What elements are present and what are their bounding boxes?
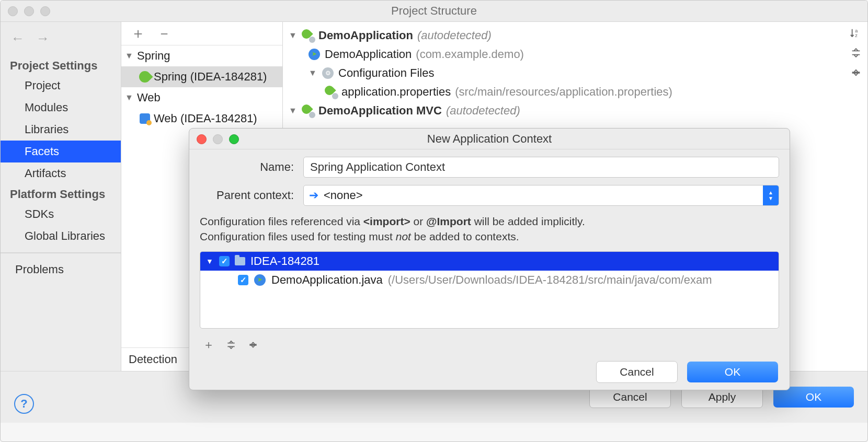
- module-root-row[interactable]: ▼ ✓ IDEA-184281: [200, 252, 779, 271]
- sidebar-item-problems[interactable]: Problems: [1, 259, 121, 281]
- dialog-zoom-icon[interactable]: [229, 134, 239, 144]
- spring-icon: [139, 71, 151, 83]
- traffic-zoom-icon[interactable]: [40, 6, 50, 16]
- combobox-toggle-icon[interactable]: ▲▼: [763, 185, 779, 205]
- nav-forward-icon[interactable]: →: [36, 30, 50, 46]
- context-group[interactable]: ▼ DemoApplication MVC (autodetected): [288, 101, 841, 120]
- dialog-ok-button[interactable]: OK: [687, 362, 778, 382]
- config-files-label: Configuration Files: [338, 66, 434, 80]
- checkbox-checked-icon[interactable]: ✓: [219, 256, 230, 266]
- expand-all-icon[interactable]: [850, 47, 862, 59]
- chevron-down-icon: ▼: [124, 93, 134, 102]
- detail-side-toolbar: az: [844, 22, 867, 78]
- context-name: DemoApplication MVC: [318, 104, 442, 118]
- spring-config-icon: [325, 86, 337, 98]
- context-group[interactable]: ▼ DemoApplication (autodetected): [288, 26, 841, 45]
- sidebar-item-modules[interactable]: Modules: [1, 97, 121, 119]
- traffic-minimize-icon[interactable]: [24, 6, 34, 16]
- gear-icon: ⚙: [322, 67, 334, 79]
- facet-group-web[interactable]: ▼ Web: [121, 87, 282, 108]
- config-file-path: (src/main/resources/application.properti…: [455, 85, 672, 99]
- web-icon: [139, 113, 151, 124]
- chevron-down-icon: ▼: [288, 106, 298, 115]
- nav-back-icon[interactable]: ←: [11, 30, 25, 46]
- spring-config-icon: [302, 29, 314, 42]
- config-file-label: DemoApplication.java: [271, 273, 383, 287]
- config-file-name: application.properties: [341, 85, 451, 99]
- window-traffic-lights: [8, 6, 50, 16]
- context-name-input[interactable]: [303, 157, 779, 178]
- settings-sidebar: ← → Project Settings Project Modules Lib…: [1, 22, 121, 371]
- facet-group-label: Spring: [137, 49, 170, 63]
- config-file-path: (/Users/User/Downloads/IDEA-184281/src/m…: [388, 273, 712, 287]
- facet-web-module[interactable]: Web (IDEA-184281): [121, 108, 282, 129]
- folder-icon: [235, 257, 245, 265]
- config-files-group[interactable]: ▼ ⚙ Configuration Files: [288, 64, 841, 83]
- chevron-down-icon: ▼: [308, 68, 317, 78]
- collapse-all-icon[interactable]: [248, 340, 258, 350]
- parent-context-value: <none>: [324, 189, 363, 202]
- facets-toolbar: ＋ －: [121, 22, 282, 45]
- dialog-titlebar: New Application Context: [189, 129, 790, 149]
- bean-icon: [254, 274, 266, 286]
- dialog-cancel-button[interactable]: Cancel: [596, 361, 678, 383]
- new-application-context-dialog: New Application Context Name: Parent con…: [189, 128, 790, 390]
- window-title: Project Structure: [391, 4, 477, 18]
- spring-config-icon: [302, 104, 314, 117]
- chevron-down-icon: ▼: [205, 257, 214, 265]
- add-config-button[interactable]: ＋: [203, 337, 214, 353]
- arrow-right-icon: ➔: [309, 189, 318, 202]
- collapse-all-icon[interactable]: [850, 67, 862, 78]
- context-suffix: (autodetected): [417, 29, 492, 42]
- config-file-row[interactable]: ✓ DemoApplication.java (/Users/User/Down…: [200, 271, 779, 289]
- bean-icon: [308, 48, 321, 61]
- config-tree-toolbar: ＋: [200, 336, 779, 354]
- sidebar-item-libraries[interactable]: Libraries: [1, 119, 121, 141]
- parent-context-label: Parent context:: [200, 189, 294, 202]
- help-button[interactable]: ?: [14, 394, 34, 414]
- sidebar-group-platform-settings: Platform Settings: [1, 184, 121, 203]
- facet-spring-module[interactable]: Spring (IDEA-184281): [121, 66, 282, 87]
- sidebar-item-facets[interactable]: Facets: [1, 141, 121, 162]
- spring-contexts-tree[interactable]: ▼ DemoApplication (autodetected) DemoApp…: [283, 22, 867, 124]
- sidebar-item-global-libraries[interactable]: Global Libraries: [1, 225, 121, 247]
- context-item-suffix: (com.example.demo): [416, 48, 524, 61]
- context-item[interactable]: DemoApplication (com.example.demo): [288, 45, 841, 64]
- dialog-title: New Application Context: [427, 132, 552, 146]
- chevron-down-icon: ▼: [124, 51, 134, 61]
- dialog-traffic-lights: [197, 134, 239, 144]
- facet-label: Spring (IDEA-184281): [154, 70, 267, 84]
- module-root-label: IDEA-184281: [250, 254, 319, 268]
- add-facet-button[interactable]: ＋: [131, 26, 145, 41]
- sidebar-item-project[interactable]: Project: [1, 75, 121, 97]
- window-titlebar: Project Structure: [1, 1, 867, 22]
- dialog-close-icon[interactable]: [197, 134, 207, 144]
- chevron-down-icon: ▼: [288, 31, 298, 40]
- expand-all-icon[interactable]: [226, 340, 236, 350]
- facet-label: Web (IDEA-184281): [154, 112, 257, 125]
- context-item-name: DemoApplication: [325, 48, 412, 61]
- sidebar-item-artifacts[interactable]: Artifacts: [1, 162, 121, 184]
- context-suffix: (autodetected): [446, 104, 520, 118]
- facet-group-spring[interactable]: ▼ Spring: [121, 45, 282, 66]
- sidebar-item-sdks[interactable]: SDKs: [1, 203, 121, 225]
- sort-alpha-icon[interactable]: az: [850, 27, 862, 39]
- traffic-close-icon[interactable]: [8, 6, 18, 16]
- dialog-minimize-icon: [213, 134, 223, 144]
- context-name: DemoApplication: [318, 29, 413, 42]
- sidebar-group-project-settings: Project Settings: [1, 56, 121, 75]
- dialog-footer: Cancel OK: [189, 354, 790, 390]
- checkbox-checked-icon[interactable]: ✓: [238, 275, 248, 285]
- config-file-item[interactable]: application.properties (src/main/resourc…: [288, 83, 841, 101]
- sidebar-divider: [1, 252, 121, 253]
- parent-context-combobox[interactable]: ➔ <none> ▲▼: [303, 185, 779, 206]
- config-files-tree[interactable]: ▼ ✓ IDEA-184281 ✓ DemoApplication.java (…: [200, 251, 779, 329]
- facet-group-label: Web: [137, 91, 161, 104]
- svg-text:z: z: [855, 33, 858, 38]
- name-label: Name:: [200, 160, 294, 174]
- dialog-info-text: Configuration files referenced via <impo…: [200, 213, 779, 244]
- remove-facet-button[interactable]: －: [157, 26, 172, 41]
